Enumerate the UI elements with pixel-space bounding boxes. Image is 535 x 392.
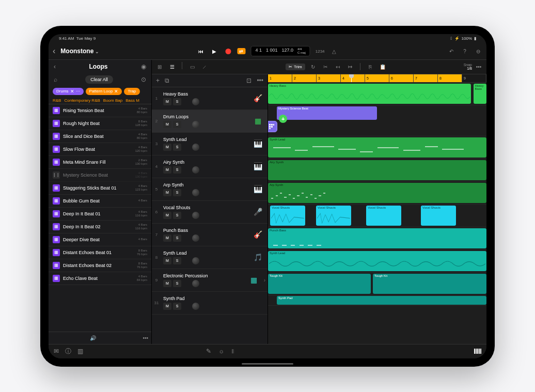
loop-item[interactable]: ▦Deep In It Beat 014 Bars116 bpm [49, 208, 151, 221]
track-header[interactable]: 31Synth PadMS [152, 292, 268, 315]
region-heavy-bass[interactable]: Heavy Bass [268, 84, 471, 104]
track-header[interactable]: 6Vocal ShoutsMS🎤 [152, 201, 268, 224]
play-button[interactable]: ▶ [210, 47, 218, 55]
record-button[interactable] [224, 47, 232, 55]
pan-knob[interactable] [192, 234, 199, 242]
pan-knob[interactable] [192, 166, 199, 174]
mute-button[interactable]: M [163, 121, 171, 128]
loop-item[interactable]: ▦Distant Echoes Beat 018 Bars76 bpm [49, 246, 151, 259]
region-tough-kit-1[interactable]: Tough Kit [268, 274, 371, 294]
region-vocal-1[interactable]: Vocal Shouts [270, 206, 305, 226]
paste-icon[interactable]: 📋 [378, 62, 387, 71]
add-region-badge[interactable]: + [279, 115, 287, 123]
pan-knob[interactable] [192, 280, 199, 287]
region-synth-pad[interactable]: Synth Pad [277, 296, 486, 305]
mute-button[interactable]: M [163, 234, 171, 242]
step-sequencer-badge[interactable] [268, 121, 277, 132]
track-header[interactable]: 2Drum LoopsMS▦ [152, 110, 268, 133]
display-icon[interactable]: ▭ [187, 62, 197, 71]
track-header[interactable]: 9Electronic PercussionMS▦› [152, 269, 268, 292]
duplicate-icon[interactable]: ⧉ [165, 77, 169, 84]
loop-item[interactable]: ▦Slow Flow Beat4 Bars120 bpm [49, 143, 151, 156]
loop-item[interactable]: ▦Slice and Dice Beat4 Bars80 bpm [49, 130, 151, 143]
metronome-icon[interactable]: △ [330, 47, 338, 55]
region-vocal-3[interactable]: Vocal Shouts [366, 206, 401, 226]
ruler-bar[interactable]: 9 [462, 74, 486, 82]
inbox-icon[interactable]: ✉ [54, 348, 59, 355]
solo-button[interactable]: S [173, 280, 181, 287]
loop-icon[interactable]: ↻ [308, 62, 318, 71]
ruler-bar[interactable]: 2 [292, 74, 317, 82]
ruler-bar[interactable]: 3 [317, 74, 341, 82]
solo-button[interactable]: S [173, 303, 181, 310]
search-icon[interactable]: ⌕ [54, 76, 57, 83]
keyboard-icon[interactable] [474, 349, 481, 354]
pan-knob[interactable] [192, 257, 199, 264]
volume-icon[interactable]: 🔊 [90, 335, 96, 341]
filter-tag[interactable]: Drums ✕ ⋯ [53, 88, 84, 95]
mute-button[interactable]: M [163, 98, 171, 105]
automation-icon[interactable]: ⟋ [200, 62, 209, 71]
track-header[interactable]: 4Airy SynthMS🎹 [152, 155, 268, 178]
nudge-left-icon[interactable]: ↤ [333, 62, 342, 71]
lcd-display[interactable]: 4 1 1 001 127.0 4/4C maj [250, 46, 310, 56]
mute-button[interactable]: M [163, 189, 171, 196]
settings-icon[interactable]: ⊖ [474, 47, 482, 55]
filter-tag[interactable]: Trap [124, 88, 139, 95]
pan-knob[interactable] [192, 212, 199, 219]
region-vocal-2[interactable]: Vocal Shouts [316, 206, 351, 226]
track-more-icon[interactable]: ••• [257, 77, 263, 84]
scissors-icon[interactable]: ✂ [321, 62, 330, 71]
list-view-icon[interactable]: ☰ [167, 62, 177, 71]
add-track-button[interactable]: + [156, 77, 160, 84]
ruler-bar[interactable]: 8 [438, 74, 462, 82]
rewind-button[interactable]: ⏮ [197, 47, 205, 55]
solo-button[interactable]: S [173, 257, 181, 264]
loop-item[interactable]: ▦Staggering Sticks Beat 014 Bars123 bpm [49, 182, 151, 195]
solo-button[interactable]: S [173, 166, 181, 174]
nudge-right-icon[interactable]: ↦ [345, 62, 355, 71]
clear-all-button[interactable]: Clear All [85, 75, 113, 84]
pan-knob[interactable] [192, 98, 199, 105]
chevron-right-icon[interactable]: › [264, 277, 265, 283]
help-icon[interactable]: ? [461, 47, 469, 55]
region-mystery[interactable]: Mystery Science Beat [277, 106, 377, 120]
pan-knob[interactable] [192, 144, 199, 151]
info-icon[interactable]: ⓘ [65, 347, 71, 356]
region-tough-kit-2[interactable]: Tough Kit [373, 274, 486, 294]
back-button[interactable]: ‹ [53, 46, 55, 56]
track-header[interactable]: 3Synth LeadMS🎹 [152, 133, 268, 155]
brightness-icon[interactable]: ☼ [218, 348, 224, 355]
solo-button[interactable]: S [173, 121, 181, 128]
project-title[interactable]: Moonstone⌄ [60, 48, 99, 55]
region-airy-synth[interactable]: Airy Synth [268, 160, 486, 180]
loop-item[interactable]: ▦Rising Tension Beat4 Bars80 bpm [49, 104, 151, 117]
solo-button[interactable]: S [173, 234, 181, 242]
loop-item[interactable]: ▦Bubble Gum Beat4 Bars [49, 195, 151, 208]
undo-icon[interactable]: ↶ [447, 47, 455, 55]
loop-item[interactable]: ▦Rough Night Beat8 Bars128 bpm [49, 117, 151, 130]
ruler-bar[interactable]: 7 [414, 74, 438, 82]
track-header[interactable]: 7Punch BassMS🎸 [152, 224, 268, 246]
loop-browser-icon[interactable]: ◉ [141, 63, 146, 70]
more-icon[interactable]: ••• [143, 335, 148, 341]
region-synth-lead[interactable]: Synth Lead [268, 137, 486, 158]
library-icon[interactable]: ▥ [77, 348, 83, 355]
loop-item[interactable]: ▦Deep In It Beat 024 Bars116 bpm [49, 221, 151, 233]
region-synth-lead-2[interactable]: Synth Lead [268, 251, 486, 271]
grid-view-icon[interactable]: ⊞ [155, 62, 164, 71]
solo-button[interactable]: S [173, 144, 181, 151]
loop-item[interactable]: ▦Deeper Dive Beat4 Bars [49, 233, 151, 246]
copy-icon[interactable]: ⎘ [366, 62, 375, 71]
region-arp-synth[interactable]: Arp Synth [268, 183, 486, 203]
track-header[interactable]: 1Heavy BassMS🎸 [152, 87, 268, 110]
mute-button[interactable]: M [163, 144, 171, 151]
ruler-bar[interactable]: 1 [268, 74, 292, 82]
ruler-bar[interactable]: 6 [389, 74, 414, 82]
more-toolbar-icon[interactable]: ••• [474, 62, 483, 71]
mute-button[interactable]: M [163, 212, 171, 219]
loop-item[interactable]: ▦Echo Clave Beat4 Bars84 bpm [49, 272, 151, 285]
track-header[interactable]: 8Synth LeadMS🎵 [152, 246, 268, 269]
pan-knob[interactable] [192, 189, 199, 196]
solo-button[interactable]: S [173, 98, 181, 105]
